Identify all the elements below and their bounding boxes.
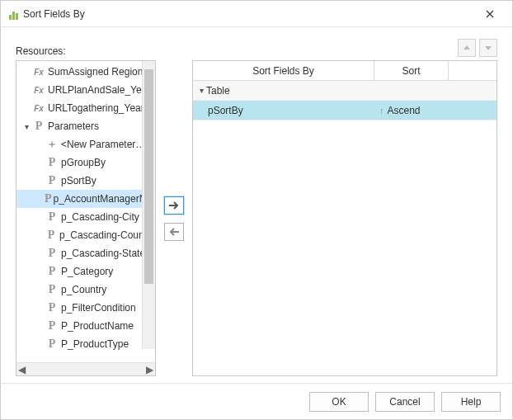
tree-item[interactable]: PpSortBy [16,172,155,190]
formula-icon: Fx [31,104,46,113]
tree-item-label: SumAssigned Region [48,66,143,78]
arrow-down-icon [484,44,492,52]
tree-item-label: p_FilterCondition [61,302,136,314]
close-button[interactable] [474,2,506,26]
parameter-icon: P [45,337,59,351]
table-group-row[interactable]: ▾ Table [193,81,497,101]
parameter-icon: P [31,120,46,133]
formula-icon: Fx [31,86,46,95]
resources-tree[interactable]: FxSumAssigned RegionFxURLPlanAndSale_Yea… [16,60,156,376]
parameter-icon: P [45,229,58,242]
scroll-left-icon[interactable]: ◀ [18,364,26,375]
tree-item[interactable]: Pp_FilterCondition [16,299,155,317]
table-row[interactable]: pSortBy↑Ascend [193,101,497,120]
scroll-thumb[interactable] [144,69,153,284]
tree-item-label: Parameters [48,120,99,132]
tree-item-label: p_AccountManagerName [54,193,155,205]
column-header-field[interactable]: Sort Fields By [193,61,374,80]
group-label: Table [206,85,230,97]
close-icon [486,10,494,18]
move-down-button[interactable] [479,39,497,57]
chevron-down-icon[interactable]: ▾ [21,122,31,131]
resources-label: Resources: [16,45,66,57]
tree-item[interactable]: Pp_Cascading-Country [16,226,155,244]
tree-item[interactable]: Pp_Cascading-City [16,208,155,226]
content-area: Resources: FxSumAssigned RegionFxURLPlan… [1,27,512,383]
tree-item-label: URLTogathering_Year [48,102,144,114]
move-up-button[interactable] [458,39,476,57]
help-button[interactable]: Help [441,392,501,412]
dialog-footer: OK Cancel Help [1,383,512,419]
sort-asc-icon: ↑ [379,106,384,116]
tree-item[interactable]: PP_ProductName [16,317,155,335]
parameter-icon: P [45,265,59,278]
tree-item-label: pGroupBy [61,157,106,168]
tree-item[interactable]: FxURLTogathering_Year [16,99,155,117]
tree-item-label: p_Cascading-City [61,211,139,223]
ok-button[interactable]: OK [309,392,369,412]
tree-item-label: p_Cascading-Country [59,229,155,241]
tree-item[interactable]: Pp_Cascading-State [16,244,155,262]
tree-item[interactable]: Pp_AccountManagerName [16,190,155,208]
tree-item-label: URLPlanAndSale_Year [48,84,150,96]
tree-item[interactable]: FxSumAssigned Region [16,63,155,81]
arrow-right-icon [168,201,180,210]
vertical-scrollbar[interactable] [142,61,155,349]
tree-item[interactable]: FxURLPlanAndSale_Year [16,81,155,99]
parameter-icon: P [45,192,52,205]
sort-label: Ascend [388,105,421,116]
tree-item[interactable]: ▾PParameters [16,117,155,135]
tree-item-label: P_ProductName [61,320,134,332]
window-title: Sort Fields By [23,8,474,20]
arrow-up-icon [463,44,471,52]
tree-item-label: P_ProductType [61,338,129,350]
parameter-icon: P [45,174,59,187]
titlebar: Sort Fields By [1,1,512,27]
tree-item[interactable]: PP_ProductType [16,335,155,353]
plus-icon: ＋ [45,137,59,152]
cell-field: pSortBy [193,105,374,116]
cancel-button[interactable]: Cancel [375,392,435,412]
tree-item-label: <New Parameter…> [61,139,151,150]
tree-item[interactable]: ＋<New Parameter…> [16,135,155,153]
add-button[interactable] [164,196,184,215]
tree-item[interactable]: PpGroupBy [16,153,155,172]
remove-button[interactable] [164,223,184,241]
parameter-icon: P [45,283,59,296]
app-icon [9,8,18,20]
column-header-spacer [449,61,497,80]
sort-table[interactable]: Sort Fields By Sort ▾ Table pSortBy↑Asce… [192,60,497,376]
parameter-icon: P [45,210,59,224]
arrow-left-icon [168,227,180,237]
column-header-sort[interactable]: Sort [374,61,449,80]
horizontal-scrollbar[interactable]: ◀ ▶ [16,362,155,375]
tree-item-label: pSortBy [61,175,96,186]
chevron-down-icon[interactable]: ▾ [196,86,206,95]
formula-icon: Fx [31,68,46,77]
parameter-icon: P [45,247,59,260]
tree-item[interactable]: Pp_Country [16,281,155,299]
tree-item-label: p_Country [61,284,106,295]
parameter-icon: P [45,156,59,169]
cell-sort[interactable]: ↑Ascend [374,105,449,116]
scroll-right-icon[interactable]: ▶ [146,364,153,375]
parameter-icon: P [45,319,59,333]
parameter-icon: P [45,301,59,314]
tree-item-label: P_Category [61,266,113,277]
tree-item[interactable]: PP_Category [16,262,155,281]
tree-item-label: p_Cascading-State [61,248,145,259]
